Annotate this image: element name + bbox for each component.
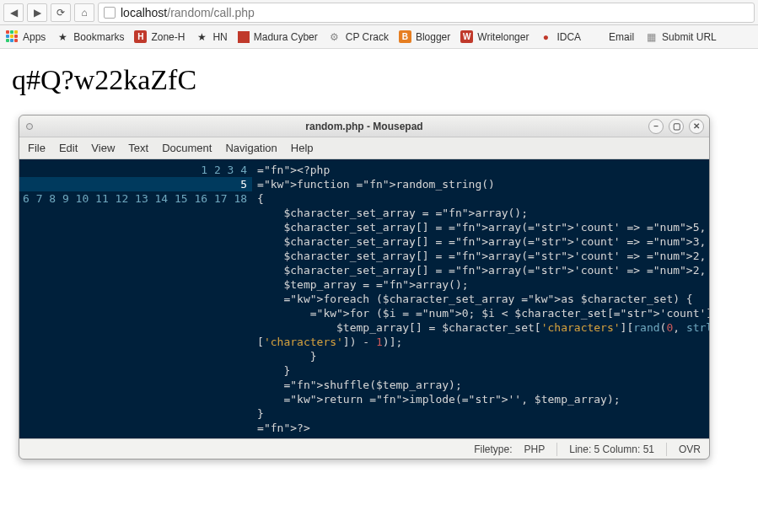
- bookmark-blogger[interactable]: BBlogger: [399, 30, 450, 43]
- menu-file[interactable]: File: [28, 142, 46, 154]
- bookmark-label: IDCA: [556, 31, 581, 43]
- window-menu-icon[interactable]: [26, 123, 33, 130]
- bookmark-label: CP Crack: [346, 31, 389, 43]
- page-icon: ▦: [644, 30, 658, 44]
- bookmark-submit-url[interactable]: ▦Submit URL: [644, 30, 717, 44]
- gear-icon: ⚙: [328, 30, 341, 44]
- bookmark-label: Bookmarks: [73, 31, 124, 43]
- url-text: localhost/random/call.php: [121, 6, 255, 19]
- forward-button[interactable]: ▶: [27, 3, 47, 22]
- browser-toolbar: ◀ ▶ ⟳ ⌂ localhost/random/call.php: [0, 0, 758, 25]
- bookmark-idca[interactable]: ●IDCA: [539, 30, 581, 44]
- bookmark-label: Writelonger: [477, 31, 529, 43]
- reload-button[interactable]: ⟳: [51, 3, 71, 22]
- grid-icon: [591, 30, 605, 44]
- code-editor[interactable]: 1 2 3 4 5 6 7 8 9 10 11 12 13 14 15 16 1…: [19, 159, 709, 438]
- apps-icon: [5, 30, 19, 44]
- status-filetype-label: Filetype:: [474, 443, 512, 455]
- menu-navigation[interactable]: Navigation: [225, 142, 277, 154]
- bookmark-hn[interactable]: ★HN: [195, 30, 227, 44]
- bookmark-writelonger[interactable]: WWritelonger: [460, 30, 529, 43]
- bookmark-label: Blogger: [416, 31, 450, 43]
- editor-titlebar[interactable]: random.php - Mousepad – ▢ ✕: [19, 116, 709, 137]
- maximize-button[interactable]: ▢: [669, 119, 684, 134]
- menu-edit[interactable]: Edit: [59, 142, 78, 154]
- bookmarks-bar: Apps★BookmarksHZone-H★HNMadura Cyber⚙CP …: [0, 25, 758, 49]
- page-body: q#Q?w22kaZfC: [0, 49, 758, 111]
- bookmark-madura-cyber[interactable]: Madura Cyber: [238, 31, 318, 43]
- home-button[interactable]: ⌂: [74, 3, 94, 22]
- status-position: Line: 5 Column: 51: [569, 443, 654, 455]
- random-output: q#Q?w22kaZfC: [12, 64, 746, 96]
- menu-document[interactable]: Document: [162, 142, 212, 154]
- page-icon: [104, 7, 116, 19]
- bookmark-label: HN: [212, 31, 227, 43]
- bookmark-label: Email: [609, 31, 634, 43]
- status-ovr: OVR: [679, 443, 701, 455]
- close-button[interactable]: ✕: [689, 119, 704, 134]
- status-filetype: PHP: [524, 443, 546, 455]
- star-icon: ★: [195, 30, 208, 44]
- menu-help[interactable]: Help: [291, 142, 314, 154]
- bookmark-apps[interactable]: Apps: [5, 30, 46, 44]
- menu-view[interactable]: View: [91, 142, 115, 154]
- letter-icon: W: [460, 30, 473, 43]
- letter-icon: H: [134, 30, 147, 43]
- square-icon: [238, 31, 250, 43]
- bookmark-email[interactable]: Email: [591, 30, 634, 44]
- bookmark-label: Madura Cyber: [254, 31, 318, 43]
- bookmark-label: Apps: [23, 31, 46, 43]
- bookmark-bookmarks[interactable]: ★Bookmarks: [56, 30, 124, 44]
- window-title: random.php - Mousepad: [305, 121, 422, 132]
- bookmark-zone-h[interactable]: HZone-H: [134, 30, 185, 43]
- dot-icon: ●: [539, 30, 552, 44]
- editor-statusbar: Filetype: PHP Line: 5 Column: 51 OVR: [19, 438, 709, 459]
- letter-icon: B: [399, 30, 411, 43]
- menu-text[interactable]: Text: [128, 142, 148, 154]
- bookmark-cp-crack[interactable]: ⚙CP Crack: [328, 30, 389, 44]
- back-button[interactable]: ◀: [3, 3, 24, 22]
- minimize-button[interactable]: –: [648, 119, 664, 134]
- bookmark-label: Zone-H: [151, 31, 185, 43]
- star-icon: ★: [56, 30, 69, 44]
- editor-menubar: FileEditViewTextDocumentNavigationHelp: [19, 137, 709, 159]
- address-bar[interactable]: localhost/random/call.php: [98, 3, 755, 23]
- line-gutter: 1 2 3 4 5 6 7 8 9 10 11 12 13 14 15 16 1…: [19, 159, 252, 438]
- bookmark-label: Submit URL: [662, 31, 717, 43]
- editor-window: random.php - Mousepad – ▢ ✕ FileEditView…: [19, 115, 710, 459]
- code-content[interactable]: ="fn"><?php ="kw">function ="fn">random_…: [252, 159, 709, 438]
